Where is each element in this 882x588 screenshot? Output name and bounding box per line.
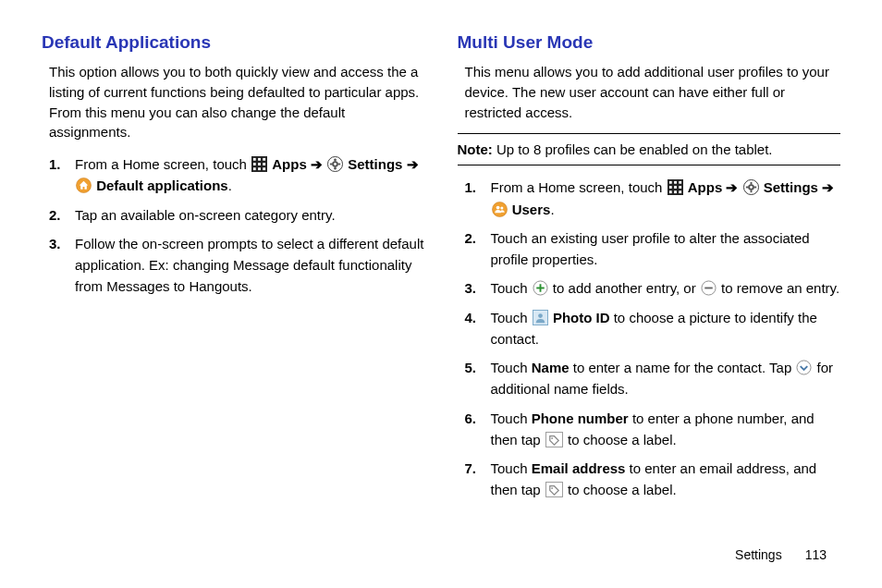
step-content: Touch Phone number to enter a phone numb… bbox=[491, 408, 841, 451]
step-number: 1. bbox=[465, 177, 491, 220]
note-label: Note: bbox=[458, 141, 493, 157]
apps-grid-icon bbox=[251, 156, 267, 172]
step-number: 5. bbox=[465, 357, 491, 400]
apps-grid-icon bbox=[668, 179, 683, 195]
step-item: 6. Touch Phone number to enter a phone n… bbox=[465, 408, 841, 451]
step-content: Touch an existing user profile to alter … bbox=[491, 227, 841, 271]
photo-id-icon bbox=[533, 310, 548, 325]
page-footer: Settings113 bbox=[735, 547, 827, 562]
left-column: Default Applications This option allows … bbox=[42, 32, 425, 508]
svg-point-51 bbox=[551, 437, 553, 439]
svg-rect-28 bbox=[679, 186, 681, 189]
step-number: 7. bbox=[465, 458, 491, 501]
svg-rect-25 bbox=[679, 181, 681, 184]
svg-rect-26 bbox=[668, 186, 671, 189]
intro-multi-user: This menu allows you to add additional u… bbox=[458, 62, 841, 122]
svg-rect-1 bbox=[253, 158, 256, 161]
step-content: Touch to add another entry, or to remove… bbox=[491, 277, 841, 299]
svg-point-53 bbox=[551, 487, 553, 489]
svg-rect-29 bbox=[668, 191, 671, 194]
svg-point-49 bbox=[797, 361, 811, 374]
step-content: Touch Email address to enter an email ad… bbox=[491, 458, 841, 501]
svg-rect-31 bbox=[679, 191, 681, 194]
svg-point-40 bbox=[496, 205, 499, 209]
step-content: From a Home screen, touch Apps ➔ Setting… bbox=[491, 177, 841, 220]
step-item: 1. From a Home screen, touch Apps ➔ Sett… bbox=[465, 177, 841, 220]
svg-rect-44 bbox=[536, 288, 545, 289]
default-home-icon bbox=[76, 178, 92, 193]
svg-rect-46 bbox=[704, 288, 713, 289]
svg-rect-4 bbox=[253, 163, 256, 165]
step-number: 6. bbox=[465, 408, 491, 451]
step-number: 2. bbox=[465, 227, 491, 271]
step-item: 7. Touch Email address to enter an email… bbox=[465, 458, 841, 501]
step-item: 5. Touch Name to enter a name for the co… bbox=[465, 357, 841, 400]
step-content: Follow the on-screen prompts to select a… bbox=[75, 233, 425, 298]
heading-default-apps: Default Applications bbox=[42, 32, 425, 53]
content-columns: Default Applications This option allows … bbox=[42, 32, 840, 508]
step-number: 1. bbox=[49, 153, 75, 197]
svg-rect-2 bbox=[258, 158, 261, 161]
step-item: 2. Touch an existing user profile to alt… bbox=[465, 227, 841, 271]
svg-rect-8 bbox=[258, 167, 261, 170]
step-content: Touch Photo ID to choose a picture to id… bbox=[491, 307, 841, 350]
svg-point-20 bbox=[334, 163, 337, 165]
step-content: From a Home screen, touch Apps ➔ Setting… bbox=[75, 153, 425, 197]
svg-rect-6 bbox=[263, 163, 265, 165]
step-number: 2. bbox=[49, 204, 75, 226]
step-item: 2. Tap an available on-screen category e… bbox=[49, 204, 425, 226]
step-content: Tap an available on-screen category entr… bbox=[75, 204, 425, 226]
steps-multi-user: 1. From a Home screen, touch Apps ➔ Sett… bbox=[458, 177, 841, 500]
svg-rect-9 bbox=[263, 167, 265, 170]
footer-page: 113 bbox=[805, 547, 827, 562]
step-number: 3. bbox=[49, 233, 75, 298]
step-item: 3. Touch to add another entry, or to rem… bbox=[465, 277, 841, 299]
svg-point-38 bbox=[750, 186, 753, 189]
step-item: 1. From a Home screen, touch Apps ➔ Sett… bbox=[49, 153, 425, 197]
intro-default-apps: This option allows you to both quickly v… bbox=[42, 62, 425, 142]
settings-gear-icon bbox=[327, 156, 343, 172]
svg-rect-5 bbox=[258, 163, 261, 165]
svg-rect-27 bbox=[674, 186, 677, 189]
step-item: 3. Follow the on-screen prompts to selec… bbox=[49, 233, 425, 298]
step-content: Touch Name to enter a name for the conta… bbox=[491, 357, 841, 400]
svg-rect-24 bbox=[674, 181, 677, 184]
step-number: 3. bbox=[465, 277, 491, 299]
users-icon bbox=[492, 202, 508, 217]
step-number: 4. bbox=[465, 307, 491, 350]
svg-rect-7 bbox=[253, 167, 256, 170]
settings-gear-icon bbox=[743, 179, 759, 195]
expand-down-icon bbox=[796, 360, 812, 375]
label-tag-icon bbox=[545, 432, 563, 447]
footer-section: Settings bbox=[735, 547, 782, 562]
note-text: Up to 8 profiles can be enabled on the t… bbox=[493, 141, 773, 157]
svg-point-48 bbox=[538, 313, 543, 318]
add-plus-icon bbox=[533, 280, 548, 296]
svg-point-41 bbox=[500, 206, 503, 209]
note-box: Note: Up to 8 profiles can be enabled on… bbox=[458, 133, 841, 165]
remove-minus-icon bbox=[701, 280, 717, 296]
step-item: 4. Touch Photo ID to choose a picture to… bbox=[465, 307, 841, 350]
heading-multi-user: Multi User Mode bbox=[458, 32, 841, 53]
svg-rect-30 bbox=[674, 191, 677, 194]
svg-point-39 bbox=[492, 202, 507, 216]
right-column: Multi User Mode This menu allows you to … bbox=[458, 32, 841, 508]
steps-default-apps: 1. From a Home screen, touch Apps ➔ Sett… bbox=[42, 153, 425, 298]
label-tag-icon bbox=[545, 482, 563, 497]
svg-rect-3 bbox=[263, 158, 265, 161]
svg-rect-23 bbox=[668, 181, 671, 184]
